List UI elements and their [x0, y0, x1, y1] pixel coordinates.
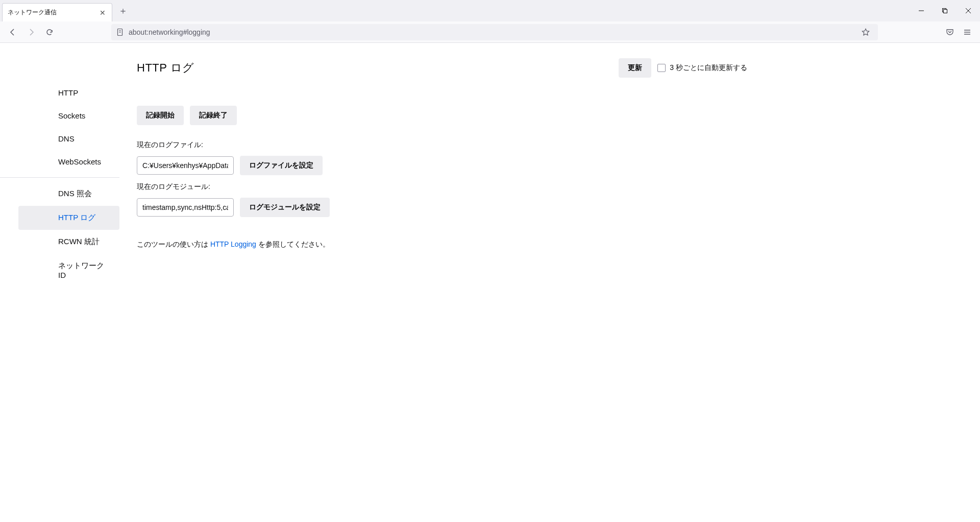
sidebar-divider [0, 177, 119, 178]
sidebar-item-sockets[interactable]: Sockets [18, 104, 119, 127]
log-file-label: 現在のログファイル: [137, 140, 747, 150]
url-bar[interactable]: about:networking#logging [111, 24, 878, 40]
page-title: HTTP ログ [137, 60, 194, 76]
forward-button[interactable] [23, 25, 39, 40]
sidebar-item-network-id[interactable]: ネットワーク ID [18, 254, 119, 287]
set-log-modules-button[interactable]: ログモジュールを設定 [240, 198, 330, 217]
log-modules-input[interactable] [137, 198, 234, 217]
browser-tab[interactable]: ネットワーク通信 ✕ [2, 3, 112, 21]
log-modules-label: 現在のログモジュール: [137, 182, 747, 192]
close-icon[interactable]: ✕ [99, 9, 107, 17]
url-text: about:networking#logging [129, 28, 854, 36]
svg-rect-2 [944, 10, 947, 13]
start-logging-button[interactable]: 記録開始 [137, 106, 184, 125]
stop-logging-button[interactable]: 記録終了 [190, 106, 237, 125]
pocket-button[interactable] [942, 25, 958, 40]
back-button[interactable] [5, 25, 20, 40]
help-text: このツールの使い方は HTTP Logging を参照してください。 [137, 240, 747, 249]
new-tab-button[interactable]: ＋ [115, 3, 131, 18]
sidebar: HTTP Sockets DNS WebSockets DNS 照会 HTTP … [0, 43, 119, 287]
app-menu-button[interactable] [960, 25, 975, 40]
auto-refresh-label: 3 秒ごとに自動更新する [670, 63, 747, 73]
tab-title: ネットワーク通信 [8, 8, 99, 17]
help-prefix: このツールの使い方は [137, 240, 210, 248]
toolbar: about:networking#logging [0, 21, 980, 43]
page-icon [116, 28, 125, 36]
content: HTTP ログ 更新 3 秒ごとに自動更新する 記録開始 記録終了 現在のログフ… [119, 43, 763, 287]
maximize-button[interactable] [933, 0, 957, 21]
set-log-file-button[interactable]: ログファイルを設定 [240, 156, 323, 175]
sidebar-item-dns-lookup[interactable]: DNS 照会 [18, 182, 119, 206]
window-controls [910, 0, 980, 21]
close-window-button[interactable] [957, 0, 980, 21]
sidebar-item-http[interactable]: HTTP [18, 81, 119, 104]
update-button[interactable]: 更新 [619, 58, 651, 78]
auto-refresh-checkbox-wrap[interactable]: 3 秒ごとに自動更新する [657, 63, 747, 73]
help-suffix: を参照してください。 [256, 240, 330, 248]
titlebar: ネットワーク通信 ✕ ＋ [0, 0, 980, 21]
reload-button[interactable] [42, 25, 57, 40]
bookmark-star-icon[interactable] [859, 25, 873, 39]
sidebar-item-websockets[interactable]: WebSockets [18, 150, 119, 173]
log-file-input[interactable] [137, 156, 234, 175]
sidebar-item-http-log[interactable]: HTTP ログ [18, 206, 119, 230]
auto-refresh-checkbox[interactable] [657, 64, 666, 72]
minimize-button[interactable] [910, 0, 933, 21]
http-logging-link[interactable]: HTTP Logging [210, 240, 256, 248]
sidebar-item-dns[interactable]: DNS [18, 127, 119, 150]
sidebar-item-rcwn-stats[interactable]: RCWN 統計 [18, 230, 119, 254]
